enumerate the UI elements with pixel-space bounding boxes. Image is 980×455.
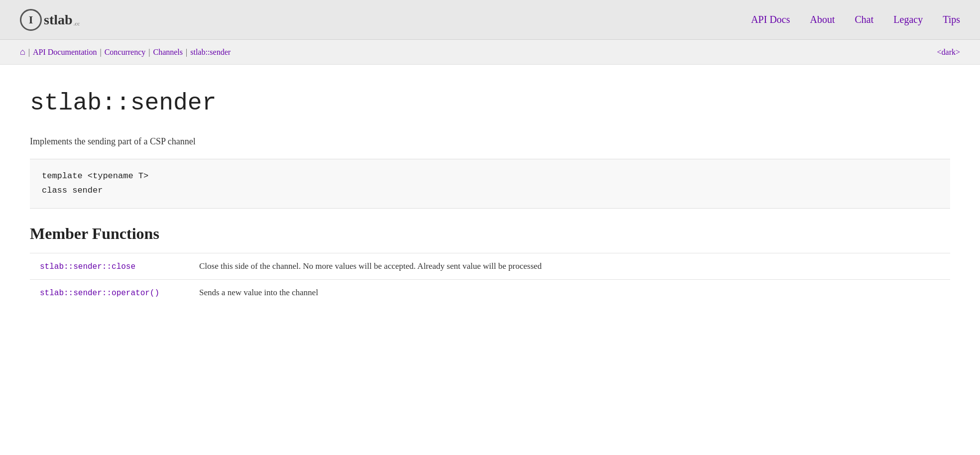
logo-link[interactable]: I stlab .cc: [20, 9, 80, 31]
member-desc-2: Sends a new value into the channel: [189, 279, 950, 306]
separator-1: |: [28, 48, 30, 57]
separator-3: |: [148, 48, 150, 57]
nav-tips[interactable]: Tips: [943, 14, 960, 25]
code-text: template <typename T> class sender: [42, 169, 938, 198]
separator-4: |: [186, 48, 187, 57]
member-close-link[interactable]: stlab::sender::close: [40, 262, 135, 271]
separator-2: |: [100, 48, 101, 57]
logo-letter: I: [29, 13, 33, 26]
dark-toggle: <dark>: [937, 47, 960, 57]
breadcrumb-concurrency[interactable]: Concurrency: [105, 48, 146, 57]
members-table: stlab::sender::close Close this side of …: [30, 253, 950, 306]
member-operator-link[interactable]: stlab::sender::operator(): [40, 289, 159, 298]
breadcrumb-bar: ⌂ | API Documentation | Concurrency | Ch…: [0, 40, 980, 65]
member-desc-1: Close this side of the channel. No more …: [189, 253, 950, 279]
main-nav: API Docs About Chat Legacy Tips: [751, 14, 960, 25]
code-block: template <typename T> class sender: [30, 159, 950, 209]
breadcrumb: ⌂ | API Documentation | Concurrency | Ch…: [20, 47, 231, 57]
breadcrumb-api-docs[interactable]: API Documentation: [33, 48, 97, 57]
member-name-cell-2: stlab::sender::operator(): [30, 279, 189, 306]
table-row: stlab::sender::operator() Sends a new va…: [30, 279, 950, 306]
breadcrumb-channels[interactable]: Channels: [153, 48, 183, 57]
table-row: stlab::sender::close Close this side of …: [30, 253, 950, 279]
home-icon[interactable]: ⌂: [20, 47, 25, 57]
member-name-cell-1: stlab::sender::close: [30, 253, 189, 279]
page-description: Implements the sending part of a CSP cha…: [30, 136, 950, 147]
dark-toggle-link[interactable]: <dark>: [937, 48, 960, 56]
page-title: stlab::sender: [30, 90, 950, 116]
logo-icon: I: [20, 9, 42, 31]
nav-legacy[interactable]: Legacy: [893, 14, 923, 25]
nav-chat[interactable]: Chat: [855, 14, 874, 25]
nav-about[interactable]: About: [810, 14, 835, 25]
logo-text: stlab: [44, 12, 73, 28]
nav-api-docs[interactable]: API Docs: [751, 14, 790, 25]
header: I stlab .cc API Docs About Chat Legacy T…: [0, 0, 980, 40]
logo-subtext: .cc: [74, 20, 80, 26]
member-functions-title: Member Functions: [30, 225, 950, 243]
breadcrumb-current: stlab::sender: [190, 48, 231, 57]
main-content: stlab::sender Implements the sending par…: [0, 65, 980, 455]
